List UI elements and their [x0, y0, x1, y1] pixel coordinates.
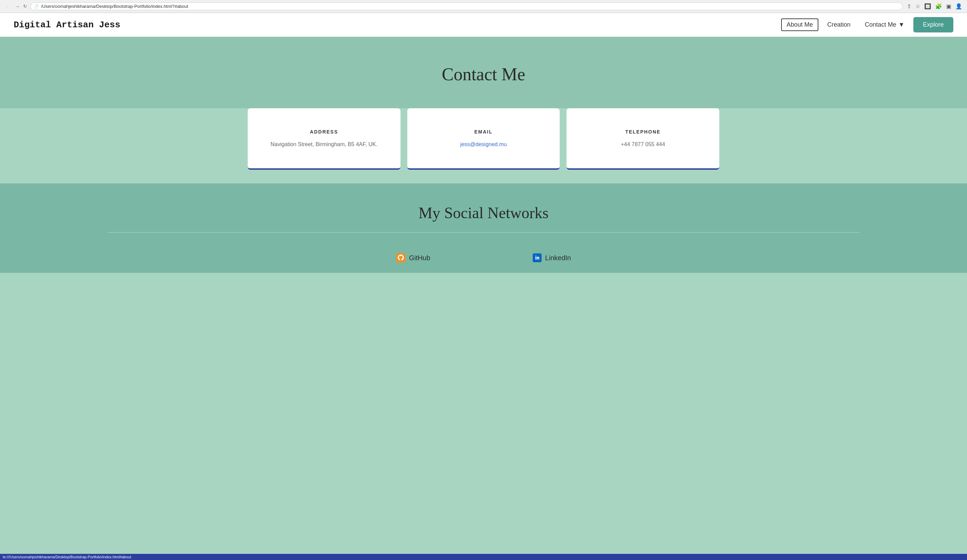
bookmark-button[interactable]: ☆: [915, 2, 921, 10]
social-networks-section: My Social Networks: [0, 183, 967, 243]
dropdown-chevron-icon: ▼: [898, 21, 904, 28]
contact-hero-title: Contact Me: [14, 64, 953, 84]
address-card-title: ADDRESS: [310, 129, 338, 135]
contact-hero-section: Contact Me: [0, 37, 967, 119]
email-card-title: EMAIL: [474, 129, 493, 135]
email-link[interactable]: jess@designed.mu: [460, 142, 507, 148]
explore-button[interactable]: Explore: [913, 17, 953, 33]
address-card: ADDRESS Navigation Street, Birmingham, B…: [248, 108, 401, 170]
address-card-content: Navigation Street, Birmingham, B5 4AF, U…: [271, 142, 378, 148]
github-icon: [396, 253, 406, 263]
extension-button-2[interactable]: 🧩: [934, 2, 943, 10]
address-bar[interactable]: 📄 /Users/oomahjeshikharama/Desktop/Boots…: [30, 2, 903, 10]
github-label: GitHub: [409, 254, 430, 262]
file-icon: 📄: [34, 4, 39, 8]
social-divider: [107, 232, 860, 232]
telephone-card-title: TELEPHONE: [625, 129, 661, 135]
telephone-card-content: +44 7877 055 444: [621, 142, 665, 148]
navbar-nav: About Me Creation Contact Me ▼ Explore: [781, 17, 953, 33]
navbar: Digital Artisan Jess About Me Creation C…: [0, 13, 967, 37]
email-card: EMAIL jess@designed.mu: [407, 108, 560, 170]
nav-link-contact[interactable]: Contact Me ▼: [860, 18, 910, 31]
social-links-container: GitHub LinkedIn: [0, 243, 967, 273]
linkedin-link[interactable]: LinkedIn: [533, 254, 571, 262]
svg-rect-0: [396, 253, 406, 263]
reload-button[interactable]: ↻: [23, 4, 27, 9]
browser-chrome: ← → ↻ 📄 /Users/oomahjeshikharama/Desktop…: [0, 0, 967, 13]
profile-button[interactable]: 👤: [955, 2, 963, 10]
extension-button-1[interactable]: 🔲: [924, 2, 932, 10]
cards-section: ADDRESS Navigation Street, Birmingham, B…: [0, 108, 967, 183]
github-link[interactable]: GitHub: [396, 253, 430, 263]
browser-nav-buttons: ← → ↻: [4, 3, 27, 10]
linkedin-icon: [533, 254, 541, 262]
nav-link-creation[interactable]: Creation: [822, 18, 856, 31]
sidebar-button[interactable]: ▣: [946, 2, 952, 10]
forward-button[interactable]: →: [14, 3, 21, 10]
share-button[interactable]: ⇧: [906, 2, 912, 10]
telephone-card: TELEPHONE +44 7877 055 444: [566, 108, 719, 170]
status-bar: le:///Users/oomahjeshikharama/Desktop/Bo…: [0, 554, 967, 560]
nav-link-about[interactable]: About Me: [781, 18, 818, 31]
social-networks-title: My Social Networks: [14, 204, 953, 222]
url-text: /Users/oomahjeshikharama/Desktop/Bootstr…: [41, 4, 899, 9]
status-url: le:///Users/oomahjeshikharama/Desktop/Bo…: [3, 555, 131, 559]
back-button[interactable]: ←: [4, 3, 12, 10]
browser-action-buttons: ⇧ ☆ 🔲 🧩 ▣ 👤: [906, 2, 963, 10]
navbar-brand[interactable]: Digital Artisan Jess: [14, 20, 120, 30]
cards-container: ADDRESS Navigation Street, Birmingham, B…: [248, 108, 719, 170]
linkedin-label: LinkedIn: [545, 254, 571, 262]
